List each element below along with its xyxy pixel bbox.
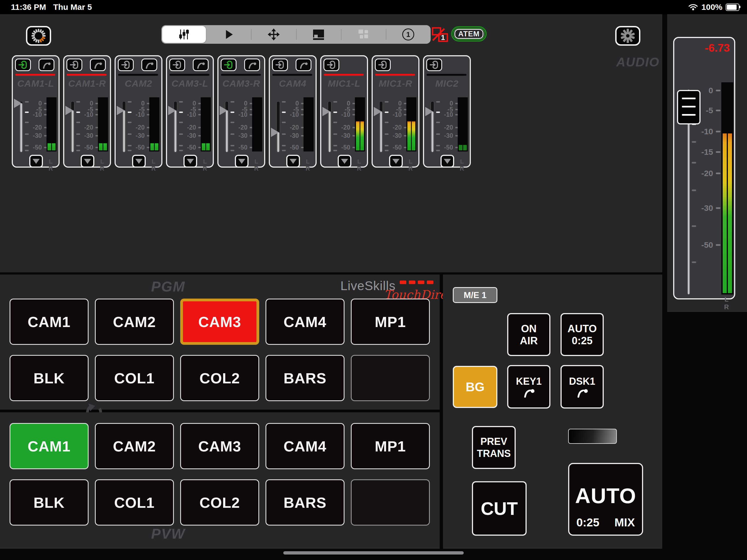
src-button-cam1[interactable]: CAM1 <box>9 299 88 345</box>
input-toggle-button[interactable] <box>426 58 442 71</box>
src-button-mp1[interactable]: MP1 <box>351 423 430 469</box>
src-button-mp1[interactable]: MP1 <box>351 299 430 345</box>
scale-tick <box>333 145 337 146</box>
master-scale-tick <box>716 173 720 174</box>
dsk1-button[interactable]: DSK1 <box>561 365 604 408</box>
fader-handle[interactable] <box>14 99 22 108</box>
fader-handle[interactable] <box>323 107 330 116</box>
level-dial-button[interactable] <box>26 26 51 46</box>
fader-handle[interactable] <box>425 107 433 116</box>
background-button[interactable]: BG <box>453 366 497 408</box>
mode-segmented-control: 1 <box>161 25 431 44</box>
master-meter-lr-label: L R <box>720 296 735 311</box>
logo-dashes <box>400 281 433 284</box>
tab-scene[interactable]: 1 <box>386 25 431 44</box>
scale-label: -20 <box>277 124 299 131</box>
src-button-cam3[interactable]: CAM3 <box>180 423 259 469</box>
scale-tick <box>436 150 440 151</box>
mixer-faders-icon <box>178 28 190 41</box>
fader-handle[interactable] <box>117 106 125 115</box>
input-toggle-button[interactable] <box>324 58 339 71</box>
fader-track[interactable] <box>19 101 23 153</box>
input-toggle-button[interactable] <box>375 58 391 71</box>
src-button-cam2[interactable]: CAM2 <box>95 423 174 469</box>
collapse-button[interactable] <box>440 155 454 168</box>
collapse-button[interactable] <box>183 155 197 168</box>
src-button-col2[interactable]: COL2 <box>180 479 259 526</box>
scale-tick <box>128 145 131 146</box>
scale-label: -30 <box>277 132 299 139</box>
auto-rate-button[interactable]: AUTO 0:25 <box>561 313 604 356</box>
scale-tick <box>76 101 80 103</box>
master-scale-tick <box>716 151 720 153</box>
tab-playback[interactable] <box>206 25 251 44</box>
src-button-cam1[interactable]: CAM1 <box>9 423 88 469</box>
src-button-bars[interactable]: BARS <box>265 355 344 401</box>
scale-tick <box>179 122 183 123</box>
fader-handle[interactable] <box>374 107 382 116</box>
input-toggle-button[interactable] <box>169 58 185 71</box>
input-toggle-button[interactable] <box>118 58 134 71</box>
src-button-blk[interactable]: BLK <box>9 355 88 401</box>
split-button[interactable] <box>193 58 209 71</box>
input-toggle-button[interactable] <box>15 58 31 71</box>
split-button[interactable] <box>141 58 157 71</box>
home-indicator[interactable] <box>283 551 464 555</box>
input-toggle-button[interactable] <box>221 58 236 71</box>
auto-transition-button[interactable]: AUTO 0:25 MIX <box>568 463 643 536</box>
input-toggle-button[interactable] <box>67 58 82 71</box>
src-button-empty[interactable] <box>351 355 430 401</box>
key1-button[interactable]: KEY1 <box>507 365 550 408</box>
fader-handle[interactable] <box>168 106 176 115</box>
src-button-cam2[interactable]: CAM2 <box>95 299 174 345</box>
meter-lr-label: L R <box>404 158 418 172</box>
src-button-col1[interactable]: COL1 <box>95 355 174 401</box>
tab-multiview[interactable] <box>341 25 386 44</box>
src-button-cam4[interactable]: CAM4 <box>265 423 344 469</box>
overlay-disabled-badge[interactable]: 1 <box>432 27 448 43</box>
split-button[interactable] <box>244 58 260 71</box>
fader-track[interactable] <box>277 101 280 153</box>
split-button[interactable] <box>38 58 54 71</box>
src-button-blk[interactable]: BLK <box>9 479 88 526</box>
src-button-col1[interactable]: COL1 <box>95 479 174 526</box>
collapse-button[interactable] <box>29 155 43 168</box>
scale-tick <box>231 122 234 123</box>
collapse-button[interactable] <box>286 155 300 168</box>
fader-handle[interactable] <box>220 106 228 115</box>
collapse-button[interactable] <box>389 155 403 168</box>
cut-button[interactable]: CUT <box>472 481 526 536</box>
scale-label: -10 <box>174 111 196 119</box>
input-toggle-button[interactable] <box>272 58 288 71</box>
on-air-button[interactable]: ON AIR <box>507 313 550 356</box>
scale-label: -50 <box>71 144 93 151</box>
tab-audio-mixer[interactable] <box>162 26 206 43</box>
me-bus-button[interactable]: M/E 1 <box>453 287 497 303</box>
tab-position[interactable] <box>251 25 296 44</box>
src-button-col2[interactable]: COL2 <box>180 355 259 401</box>
fader-handle[interactable] <box>271 128 279 137</box>
collapse-button[interactable] <box>81 155 94 168</box>
scale-label: -10 <box>380 111 402 119</box>
level-meter <box>47 97 57 152</box>
split-button[interactable] <box>90 58 106 71</box>
atem-connection-button[interactable]: ATEM <box>451 26 487 42</box>
src-button-cam3[interactable]: CAM3 <box>180 299 259 345</box>
collapse-button[interactable] <box>235 155 249 168</box>
tab-media-player[interactable] <box>296 25 341 44</box>
collapse-button[interactable] <box>132 155 146 168</box>
master-fader-handle[interactable] <box>677 90 700 124</box>
src-button-cam4[interactable]: CAM4 <box>265 299 344 345</box>
split-icon <box>247 61 257 69</box>
prev-trans-button[interactable]: PREV TRANS <box>472 426 516 469</box>
transition-progress-bar[interactable] <box>568 429 617 444</box>
src-button-bars[interactable]: BARS <box>265 479 344 526</box>
channel-strip-cam3-r: CAM3-R0-5-10-20-30-50L R <box>217 55 265 168</box>
fader-handle[interactable] <box>66 106 73 115</box>
scale-label: -30 <box>174 132 196 139</box>
settings-button[interactable] <box>615 26 640 46</box>
collapse-button[interactable] <box>338 155 351 168</box>
split-button[interactable] <box>295 58 311 71</box>
src-button-empty[interactable] <box>351 479 430 526</box>
scale-tick <box>179 101 183 103</box>
